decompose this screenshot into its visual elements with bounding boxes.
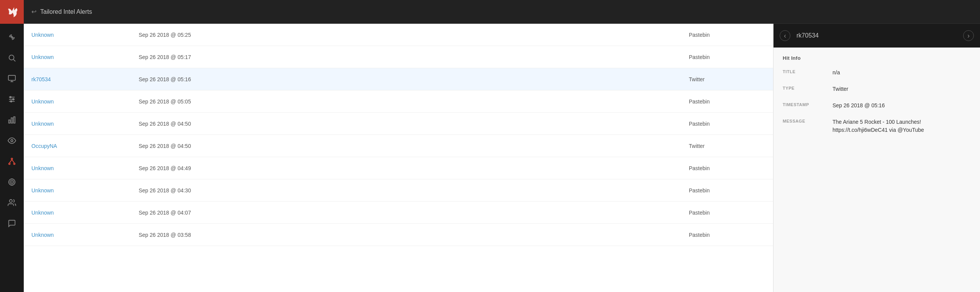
list-item[interactable]: rk70534 Sep 26 2018 @ 05:16 Twitter xyxy=(24,68,773,90)
svg-point-15 xyxy=(11,139,13,142)
list-item[interactable]: Unknown Sep 26 2018 @ 03:58 Pastebin xyxy=(24,224,773,246)
svg-point-11 xyxy=(10,101,12,102)
list-item-name: OccupyNA xyxy=(31,143,139,149)
list-item-timestamp: Sep 26 2018 @ 04:50 xyxy=(139,143,689,149)
detail-field-value: Sep 26 2018 @ 05:16 xyxy=(833,102,971,110)
detail-field-label: TYPE xyxy=(783,85,825,93)
list-item-name: Unknown xyxy=(31,121,139,127)
svg-point-28 xyxy=(10,200,12,202)
sidebar-items xyxy=(0,24,24,232)
detail-field-label: MESSAGE xyxy=(783,118,825,134)
detail-panel: ‹ rk70534 › Hit Info TITLE n/a TYPE Twit… xyxy=(773,24,980,292)
list-item-source: Pastebin xyxy=(689,210,765,216)
svg-rect-12 xyxy=(9,120,10,123)
sidebar-item-sliders[interactable] xyxy=(0,90,24,108)
sidebar-item-search[interactable] xyxy=(0,49,24,67)
svg-rect-3 xyxy=(8,75,15,80)
list-item-timestamp: Sep 26 2018 @ 04:30 xyxy=(139,187,689,194)
list-item[interactable]: Unknown Sep 26 2018 @ 04:30 Pastebin xyxy=(24,179,773,202)
detail-field-value: n/a xyxy=(833,69,971,77)
list-item-source: Pastebin xyxy=(689,165,765,171)
svg-rect-13 xyxy=(11,118,13,123)
detail-field-value: The Ariane 5 Rocket - 100 Launches!https… xyxy=(833,118,971,134)
list-item[interactable]: Unknown Sep 26 2018 @ 05:17 Pastebin xyxy=(24,46,773,68)
sidebar xyxy=(0,0,24,292)
detail-field: TIMESTAMP Sep 26 2018 @ 05:16 xyxy=(783,102,971,110)
svg-point-23 xyxy=(11,182,12,182)
list-item[interactable]: Unknown Sep 26 2018 @ 04:07 Pastebin xyxy=(24,202,773,224)
list-item-source: Pastebin xyxy=(689,121,765,127)
list-item-name: Unknown xyxy=(31,210,139,216)
list-item[interactable]: Unknown Sep 26 2018 @ 05:05 Pastebin xyxy=(24,90,773,113)
list-item-source: Pastebin xyxy=(689,54,765,60)
list-item-name: Unknown xyxy=(31,98,139,105)
sidebar-item-monitor[interactable] xyxy=(0,70,24,87)
list-item-timestamp: Sep 26 2018 @ 05:25 xyxy=(139,32,689,38)
svg-point-9 xyxy=(10,97,11,98)
page-title: Tailored Intel Alerts xyxy=(40,8,92,15)
detail-body: Hit Info TITLE n/a TYPE Twitter TIMESTAM… xyxy=(774,48,980,292)
list-panel: Unknown Sep 26 2018 @ 05:25 Pastebin Unk… xyxy=(24,24,773,292)
svg-line-2 xyxy=(13,59,15,61)
list-item-timestamp: Sep 26 2018 @ 05:17 xyxy=(139,54,689,60)
list-item-timestamp: Sep 26 2018 @ 05:05 xyxy=(139,98,689,105)
svg-point-10 xyxy=(13,98,14,100)
list-item-name: Unknown xyxy=(31,54,139,60)
sidebar-item-eye[interactable] xyxy=(0,132,24,149)
list-item-source: Pastebin xyxy=(689,98,765,105)
list-item-source: Twitter xyxy=(689,76,765,82)
list-item-source: Pastebin xyxy=(689,232,765,238)
list-item[interactable]: Unknown Sep 26 2018 @ 04:50 Pastebin xyxy=(24,113,773,135)
list-item-name: Unknown xyxy=(31,165,139,171)
svg-line-19 xyxy=(10,159,12,163)
detail-title: rk70534 xyxy=(796,32,957,39)
list-item-timestamp: Sep 26 2018 @ 04:49 xyxy=(139,165,689,171)
sidebar-item-network[interactable] xyxy=(0,153,24,170)
svg-point-0 xyxy=(11,36,13,38)
sidebar-item-radio[interactable] xyxy=(0,28,24,46)
list-item-timestamp: Sep 26 2018 @ 04:07 xyxy=(139,210,689,216)
svg-point-16 xyxy=(11,158,13,160)
svg-point-18 xyxy=(14,163,15,165)
logo-icon xyxy=(6,6,18,18)
list-item[interactable]: Unknown Sep 26 2018 @ 05:25 Pastebin xyxy=(24,24,773,46)
detail-field-label: TITLE xyxy=(783,69,825,77)
list-item-timestamp: Sep 26 2018 @ 05:16 xyxy=(139,76,689,82)
detail-field: TYPE Twitter xyxy=(783,85,971,93)
detail-section-label: Hit Info xyxy=(783,55,971,61)
sidebar-item-users[interactable] xyxy=(0,194,24,212)
detail-field: TITLE n/a xyxy=(783,69,971,77)
detail-next-button[interactable]: › xyxy=(963,30,974,41)
detail-prev-button[interactable]: ‹ xyxy=(780,30,790,41)
list-item-source: Pastebin xyxy=(689,187,765,194)
list-item-source: Twitter xyxy=(689,143,765,149)
svg-line-20 xyxy=(12,159,14,163)
main-wrapper: ↩ Tailored Intel Alerts Unknown Sep 26 2… xyxy=(24,0,980,292)
detail-field-label: TIMESTAMP xyxy=(783,102,825,110)
list-item-name: Unknown xyxy=(31,232,139,238)
app-logo xyxy=(0,0,24,24)
list-item-name: rk70534 xyxy=(31,76,139,82)
list-item-source: Pastebin xyxy=(689,32,765,38)
svg-rect-14 xyxy=(14,117,15,123)
list-item-timestamp: Sep 26 2018 @ 03:58 xyxy=(139,232,689,238)
list-item-name: Unknown xyxy=(31,32,139,38)
sidebar-item-chart[interactable] xyxy=(0,111,24,129)
body-area: Unknown Sep 26 2018 @ 05:25 Pastebin Unk… xyxy=(24,24,980,292)
list-item[interactable]: OccupyNA Sep 26 2018 @ 04:50 Twitter xyxy=(24,135,773,157)
top-bar: ↩ Tailored Intel Alerts xyxy=(24,0,980,24)
svg-point-17 xyxy=(9,163,10,165)
detail-field-value: Twitter xyxy=(833,85,971,93)
detail-header: ‹ rk70534 › xyxy=(774,24,980,48)
detail-field: MESSAGE The Ariane 5 Rocket - 100 Launch… xyxy=(783,118,971,134)
list-item-timestamp: Sep 26 2018 @ 04:50 xyxy=(139,121,689,127)
list-item-name: Unknown xyxy=(31,187,139,194)
back-button[interactable]: ↩ xyxy=(31,8,36,15)
sidebar-item-chat[interactable] xyxy=(0,215,24,232)
list-item[interactable]: Unknown Sep 26 2018 @ 04:49 Pastebin xyxy=(24,157,773,179)
sidebar-item-target[interactable] xyxy=(0,173,24,191)
svg-point-1 xyxy=(9,55,14,60)
